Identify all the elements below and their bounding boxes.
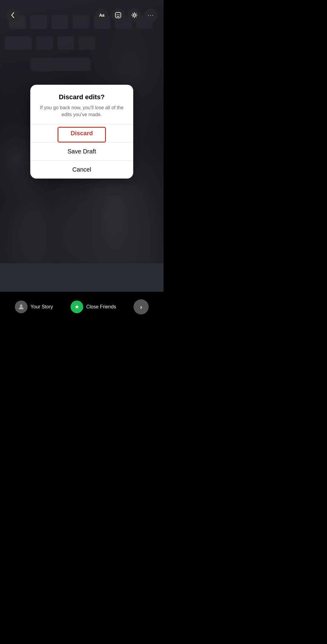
discard-modal: Discard edits? If you go back now, you'l… xyxy=(30,85,133,179)
your-story-avatar xyxy=(15,301,28,313)
save-draft-label: Save Draft xyxy=(68,148,96,155)
modal-overlay: Discard edits? If you go back now, you'l… xyxy=(0,0,164,263)
close-friends-label: Close Friends xyxy=(86,304,116,310)
close-friends-option[interactable]: Close Friends xyxy=(71,301,116,313)
save-draft-button[interactable]: Save Draft xyxy=(30,143,133,160)
modal-title: Discard edits? xyxy=(38,93,126,101)
bottom-bar: Your Story Close Friends › xyxy=(0,292,164,322)
person-icon xyxy=(18,303,25,310)
your-story-label: Your Story xyxy=(31,304,53,310)
cancel-label: Cancel xyxy=(72,166,91,173)
next-button[interactable]: › xyxy=(134,299,149,314)
modal-header: Discard edits? If you go back now, you'l… xyxy=(30,85,133,124)
next-icon: › xyxy=(140,304,142,310)
close-friends-avatar xyxy=(71,301,83,313)
modal-body: If you go back now, you'll lose all of t… xyxy=(38,104,126,118)
svg-point-4 xyxy=(20,304,22,307)
your-story-option[interactable]: Your Story xyxy=(15,301,53,313)
discard-button[interactable]: Discard xyxy=(30,124,133,142)
cancel-button[interactable]: Cancel xyxy=(30,161,133,179)
discard-label: Discard xyxy=(71,130,93,136)
